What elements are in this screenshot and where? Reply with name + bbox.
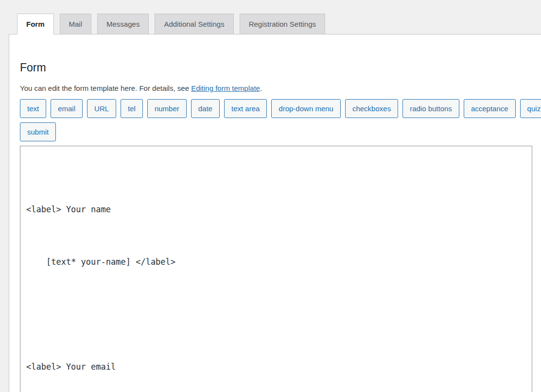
- code-line: <label> Your email: [26, 360, 526, 374]
- tag-button-checkboxes[interactable]: checkboxes: [345, 99, 398, 118]
- description-text: You can edit the form template here. For…: [20, 84, 191, 92]
- tag-generator-row-2: submit: [20, 122, 541, 141]
- tag-button-radio-buttons[interactable]: radio buttons: [402, 99, 459, 118]
- tag-button-email[interactable]: email: [51, 99, 83, 118]
- tag-button-tel[interactable]: tel: [121, 99, 143, 118]
- tab-registration-settings[interactable]: Registration Settings: [240, 14, 325, 34]
- tag-button-number[interactable]: number: [147, 99, 187, 118]
- tag-button-date[interactable]: date: [191, 99, 220, 118]
- code-text: [text* your-name] </label>: [46, 256, 175, 269]
- code-text: <label> Your name: [26, 203, 111, 216]
- tag-generator-row-1: text email URL tel number date text area…: [20, 99, 541, 118]
- tab-bar: Form Mail Messages Additional Settings R…: [0, 0, 541, 34]
- tab-messages[interactable]: Messages: [97, 14, 149, 34]
- tag-button-url[interactable]: URL: [87, 99, 116, 118]
- tag-button-quiz[interactable]: quiz: [520, 99, 541, 118]
- tag-button-acceptance[interactable]: acceptance: [464, 99, 516, 118]
- form-panel: Form You can edit the form template here…: [9, 34, 541, 392]
- code-text: <label> Your email: [26, 360, 116, 374]
- code-line: <label> Your name: [26, 203, 526, 216]
- tag-button-drop-down-menu[interactable]: drop-down menu: [271, 99, 341, 118]
- tag-button-text[interactable]: text: [20, 99, 46, 118]
- code-line: [26, 308, 526, 321]
- code-indent: [26, 257, 46, 267]
- tag-button-text-area[interactable]: text area: [224, 99, 267, 118]
- tab-additional-settings[interactable]: Additional Settings: [155, 14, 233, 34]
- page-title: Form: [20, 34, 541, 75]
- editor-description: You can edit the form template here. For…: [20, 84, 541, 92]
- form-template-editor[interactable]: <label> Your name [text* your-name] </la…: [20, 146, 532, 392]
- description-suffix: .: [260, 84, 262, 92]
- tab-mail[interactable]: Mail: [60, 14, 92, 34]
- editing-form-template-link[interactable]: Editing form template: [191, 84, 260, 92]
- tag-button-submit[interactable]: submit: [20, 122, 56, 141]
- tab-form[interactable]: Form: [17, 14, 54, 34]
- code-line: [text* your-name] </label>: [26, 256, 526, 269]
